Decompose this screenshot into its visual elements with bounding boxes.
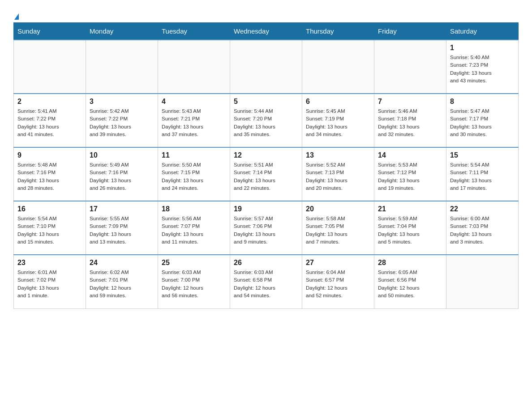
day-number: 14 <box>378 151 442 159</box>
day-header-monday: Monday <box>86 23 158 40</box>
calendar-cell: 2Sunrise: 5:41 AM Sunset: 7:22 PM Daylig… <box>14 94 86 147</box>
day-number: 16 <box>17 205 82 213</box>
calendar-cell: 8Sunrise: 5:47 AM Sunset: 7:17 PM Daylig… <box>446 94 519 147</box>
calendar-cell: 9Sunrise: 5:48 AM Sunset: 7:16 PM Daylig… <box>14 147 86 201</box>
day-number: 15 <box>450 151 515 159</box>
day-header-sunday: Sunday <box>14 23 86 40</box>
day-header-friday: Friday <box>374 23 446 40</box>
calendar-cell: 11Sunrise: 5:50 AM Sunset: 7:15 PM Dayli… <box>158 147 230 201</box>
day-number: 10 <box>90 151 154 159</box>
day-info-text: Sunrise: 5:42 AM Sunset: 7:22 PM Dayligh… <box>90 107 154 138</box>
calendar-cell: 21Sunrise: 5:59 AM Sunset: 7:04 PM Dayli… <box>374 201 446 255</box>
calendar-week-row: 2Sunrise: 5:41 AM Sunset: 7:22 PM Daylig… <box>14 94 519 147</box>
day-number: 19 <box>234 205 298 213</box>
day-info-text: Sunrise: 5:53 AM Sunset: 7:12 PM Dayligh… <box>378 161 442 192</box>
day-info-text: Sunrise: 5:44 AM Sunset: 7:20 PM Dayligh… <box>234 107 298 138</box>
day-header-thursday: Thursday <box>302 23 374 40</box>
calendar-week-row: 23Sunrise: 6:01 AM Sunset: 7:02 PM Dayli… <box>14 255 519 308</box>
day-info-text: Sunrise: 5:56 AM Sunset: 7:07 PM Dayligh… <box>162 215 226 246</box>
calendar-cell: 15Sunrise: 5:54 AM Sunset: 7:11 PM Dayli… <box>446 147 519 201</box>
calendar-cell <box>86 40 158 94</box>
day-info-text: Sunrise: 5:54 AM Sunset: 7:11 PM Dayligh… <box>450 161 515 192</box>
day-info-text: Sunrise: 5:40 AM Sunset: 7:23 PM Dayligh… <box>450 54 515 85</box>
day-info-text: Sunrise: 5:52 AM Sunset: 7:13 PM Dayligh… <box>306 161 370 192</box>
day-number: 27 <box>306 259 370 267</box>
calendar-cell: 17Sunrise: 5:55 AM Sunset: 7:09 PM Dayli… <box>86 201 158 255</box>
calendar-cell: 25Sunrise: 6:03 AM Sunset: 7:00 PM Dayli… <box>158 255 230 308</box>
day-header-saturday: Saturday <box>446 23 519 40</box>
day-info-text: Sunrise: 5:43 AM Sunset: 7:21 PM Dayligh… <box>162 107 226 138</box>
day-info-text: Sunrise: 5:46 AM Sunset: 7:18 PM Dayligh… <box>378 107 442 138</box>
day-number: 7 <box>378 98 442 106</box>
calendar-table: SundayMondayTuesdayWednesdayThursdayFrid… <box>13 22 519 309</box>
calendar-week-row: 1Sunrise: 5:40 AM Sunset: 7:23 PM Daylig… <box>14 40 519 94</box>
calendar-cell: 4Sunrise: 5:43 AM Sunset: 7:21 PM Daylig… <box>158 94 230 147</box>
calendar-cell <box>302 40 374 94</box>
day-number: 22 <box>450 205 515 213</box>
day-header-wednesday: Wednesday <box>230 23 302 40</box>
calendar-cell: 28Sunrise: 6:05 AM Sunset: 6:56 PM Dayli… <box>374 255 446 308</box>
calendar-cell <box>374 40 446 94</box>
day-info-text: Sunrise: 5:58 AM Sunset: 7:05 PM Dayligh… <box>306 215 370 246</box>
day-number: 13 <box>306 151 370 159</box>
calendar-header: SundayMondayTuesdayWednesdayThursdayFrid… <box>14 23 519 40</box>
day-number: 5 <box>234 98 298 106</box>
logo-triangle-icon <box>14 13 19 20</box>
day-number: 8 <box>450 98 515 106</box>
calendar-cell: 27Sunrise: 6:04 AM Sunset: 6:57 PM Dayli… <box>302 255 374 308</box>
calendar-cell: 26Sunrise: 6:03 AM Sunset: 6:58 PM Dayli… <box>230 255 302 308</box>
day-number: 3 <box>90 98 154 106</box>
calendar-cell: 1Sunrise: 5:40 AM Sunset: 7:23 PM Daylig… <box>446 40 519 94</box>
calendar-cell: 18Sunrise: 5:56 AM Sunset: 7:07 PM Dayli… <box>158 201 230 255</box>
calendar-cell: 3Sunrise: 5:42 AM Sunset: 7:22 PM Daylig… <box>86 94 158 147</box>
day-info-text: Sunrise: 5:57 AM Sunset: 7:06 PM Dayligh… <box>234 215 298 246</box>
day-number: 1 <box>450 44 515 52</box>
calendar-cell: 12Sunrise: 5:51 AM Sunset: 7:14 PM Dayli… <box>230 147 302 201</box>
day-number: 21 <box>378 205 442 213</box>
calendar-week-row: 16Sunrise: 5:54 AM Sunset: 7:10 PM Dayli… <box>14 201 519 255</box>
day-headers-row: SundayMondayTuesdayWednesdayThursdayFrid… <box>14 23 519 40</box>
day-info-text: Sunrise: 6:00 AM Sunset: 7:03 PM Dayligh… <box>450 215 515 246</box>
day-number: 17 <box>90 205 154 213</box>
day-info-text: Sunrise: 6:04 AM Sunset: 6:57 PM Dayligh… <box>306 269 370 300</box>
day-info-text: Sunrise: 6:02 AM Sunset: 7:01 PM Dayligh… <box>90 269 154 300</box>
calendar-cell: 13Sunrise: 5:52 AM Sunset: 7:13 PM Dayli… <box>302 147 374 201</box>
calendar-cell: 5Sunrise: 5:44 AM Sunset: 7:20 PM Daylig… <box>230 94 302 147</box>
day-number: 25 <box>162 259 226 267</box>
day-number: 11 <box>162 151 226 159</box>
day-info-text: Sunrise: 5:49 AM Sunset: 7:16 PM Dayligh… <box>90 161 154 192</box>
day-info-text: Sunrise: 5:47 AM Sunset: 7:17 PM Dayligh… <box>450 107 515 138</box>
day-number: 23 <box>17 259 82 267</box>
calendar-cell: 16Sunrise: 5:54 AM Sunset: 7:10 PM Dayli… <box>14 201 86 255</box>
calendar-cell: 22Sunrise: 6:00 AM Sunset: 7:03 PM Dayli… <box>446 201 519 255</box>
day-info-text: Sunrise: 5:41 AM Sunset: 7:22 PM Dayligh… <box>17 107 82 138</box>
calendar-cell: 24Sunrise: 6:02 AM Sunset: 7:01 PM Dayli… <box>86 255 158 308</box>
day-info-text: Sunrise: 5:50 AM Sunset: 7:15 PM Dayligh… <box>162 161 226 192</box>
calendar-cell <box>446 255 519 308</box>
day-number: 12 <box>234 151 298 159</box>
calendar-body: 1Sunrise: 5:40 AM Sunset: 7:23 PM Daylig… <box>14 40 519 308</box>
calendar-cell: 14Sunrise: 5:53 AM Sunset: 7:12 PM Dayli… <box>374 147 446 201</box>
day-info-text: Sunrise: 5:48 AM Sunset: 7:16 PM Dayligh… <box>17 161 82 192</box>
day-info-text: Sunrise: 5:51 AM Sunset: 7:14 PM Dayligh… <box>234 161 298 192</box>
calendar-cell: 10Sunrise: 5:49 AM Sunset: 7:16 PM Dayli… <box>86 147 158 201</box>
day-number: 24 <box>90 259 154 267</box>
calendar-cell: 19Sunrise: 5:57 AM Sunset: 7:06 PM Dayli… <box>230 201 302 255</box>
day-info-text: Sunrise: 5:55 AM Sunset: 7:09 PM Dayligh… <box>90 215 154 246</box>
calendar-cell: 23Sunrise: 6:01 AM Sunset: 7:02 PM Dayli… <box>14 255 86 308</box>
calendar-cell <box>14 40 86 94</box>
calendar-week-row: 9Sunrise: 5:48 AM Sunset: 7:16 PM Daylig… <box>14 147 519 201</box>
calendar-cell <box>158 40 230 94</box>
day-info-text: Sunrise: 6:05 AM Sunset: 6:56 PM Dayligh… <box>378 269 442 300</box>
logo <box>13 9 19 18</box>
day-info-text: Sunrise: 5:54 AM Sunset: 7:10 PM Dayligh… <box>17 215 82 246</box>
day-number: 18 <box>162 205 226 213</box>
header <box>13 9 519 18</box>
day-number: 6 <box>306 98 370 106</box>
day-info-text: Sunrise: 6:01 AM Sunset: 7:02 PM Dayligh… <box>17 269 82 300</box>
day-number: 9 <box>17 151 82 159</box>
day-number: 2 <box>17 98 82 106</box>
calendar-cell: 20Sunrise: 5:58 AM Sunset: 7:05 PM Dayli… <box>302 201 374 255</box>
day-number: 28 <box>378 259 442 267</box>
day-number: 4 <box>162 98 226 106</box>
